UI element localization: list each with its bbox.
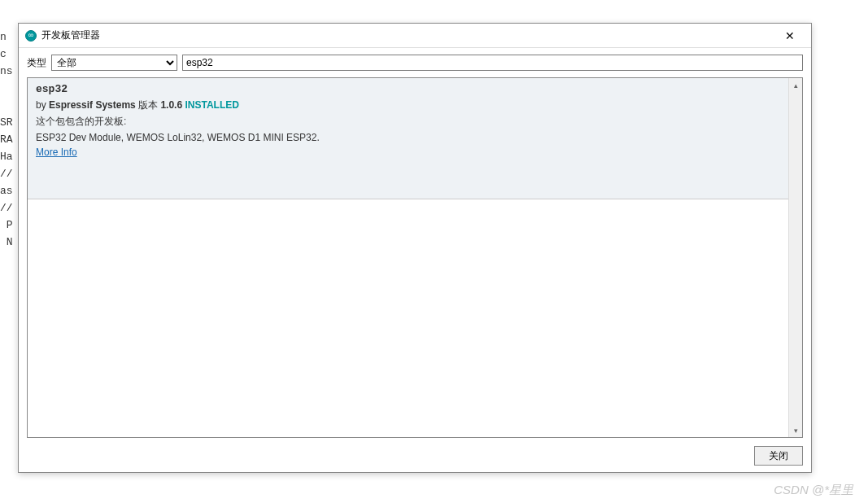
- installed-badge: INSTALLED: [185, 99, 238, 111]
- arduino-icon: [25, 30, 37, 42]
- filter-row: 类型 全部: [19, 48, 811, 77]
- results-container: esp32 by Espressif Systems 版本 1.0.6 INST…: [27, 77, 803, 438]
- background-code: n c ns SR RA Ha // as // P N: [0, 28, 13, 251]
- boards-manager-dialog: 开发板管理器 ✕ 类型 全部 esp32 by Espressif System…: [18, 23, 812, 473]
- results-scrollbar[interactable]: ▴ ▾: [788, 78, 802, 437]
- dialog-footer: 关闭: [19, 443, 811, 472]
- type-select[interactable]: 全部: [51, 55, 177, 71]
- search-input[interactable]: [182, 55, 803, 71]
- board-name: esp32: [36, 83, 780, 95]
- more-info-link[interactable]: More Info: [36, 147, 77, 158]
- board-item[interactable]: esp32 by Espressif Systems 版本 1.0.6 INST…: [28, 78, 788, 199]
- scroll-down-icon[interactable]: ▾: [789, 423, 803, 437]
- results-list: esp32 by Espressif Systems 版本 1.0.6 INST…: [28, 78, 788, 437]
- titlebar: 开发板管理器 ✕: [19, 24, 811, 48]
- board-list: ESP32 Dev Module, WEMOS LoLin32, WEMOS D…: [36, 131, 780, 145]
- type-label: 类型: [27, 56, 46, 70]
- board-byline: by Espressif Systems 版本 1.0.6 INSTALLED: [36, 98, 780, 112]
- window-close-button[interactable]: ✕: [774, 24, 806, 47]
- close-button[interactable]: 关闭: [754, 446, 803, 466]
- watermark: CSDN @*星里: [774, 483, 853, 498]
- board-includes-label: 这个包包含的开发板:: [36, 115, 780, 129]
- scroll-up-icon[interactable]: ▴: [789, 78, 803, 92]
- window-title: 开发板管理器: [41, 28, 774, 42]
